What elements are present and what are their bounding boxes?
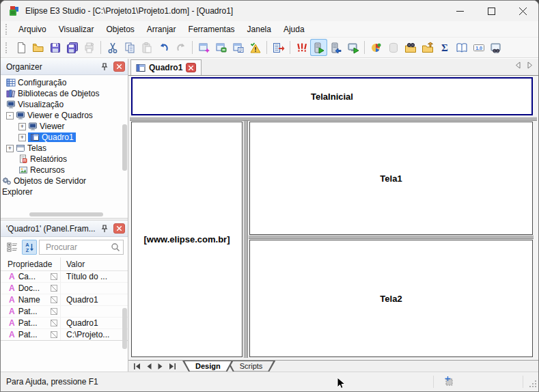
organizer-vertical-scrollbar[interactable]	[122, 124, 127, 171]
save-icon[interactable]	[46, 39, 64, 56]
tree-item-relatorios[interactable]: R Relatórios	[1, 154, 128, 165]
search-project-icon[interactable]	[402, 39, 419, 56]
property-value[interactable]: Quadro1	[61, 318, 128, 328]
analytics-icon[interactable]	[368, 39, 385, 56]
resize-grip[interactable]	[529, 380, 537, 390]
vertical-splitter[interactable]	[243, 121, 248, 358]
paste-icon[interactable]	[138, 39, 155, 56]
expand-expander-icon[interactable]: +	[6, 145, 14, 152]
organizer-horizontal-scrollbar[interactable]	[29, 212, 103, 216]
frame-link[interactable]: [www.elipse.com.br]	[131, 122, 243, 357]
selected-tree-item[interactable]: Quadro1	[28, 132, 76, 142]
link-box-icon[interactable]	[51, 296, 57, 303]
copy-icon[interactable]	[121, 39, 138, 56]
summation-icon[interactable]: Σ	[436, 39, 453, 56]
link-box-icon[interactable]	[51, 331, 57, 338]
tree-item-bibliotecas[interactable]: Bibliotecas de Objetos	[1, 88, 128, 99]
first-sheet-icon[interactable]	[134, 360, 141, 372]
database-icon[interactable]	[385, 39, 402, 56]
tree-item-objetos-servidor[interactable]: Objetos de Servidor	[1, 176, 128, 186]
tree-item-viewer-e-quadros[interactable]: - Viewer e Quadros	[1, 110, 128, 121]
critical-errors-icon[interactable]	[293, 39, 310, 56]
menu-arranjar[interactable]: Arranjar	[141, 23, 182, 36]
tab-scroll-left-icon[interactable]	[515, 61, 521, 69]
print-icon[interactable]	[81, 39, 98, 56]
categorized-view-icon[interactable]	[5, 240, 20, 255]
insert-report-icon[interactable]	[230, 39, 247, 56]
property-value[interactable]: Título do ...	[61, 272, 128, 281]
verify-application-icon[interactable]	[247, 39, 264, 56]
properties-close-icon[interactable]	[113, 223, 125, 234]
menu-janela[interactable]: Janela	[241, 23, 277, 36]
maximize-button[interactable]	[475, 1, 507, 21]
frame-tela1[interactable]: Tela1	[249, 122, 533, 235]
frame-tela2[interactable]: Tela2	[249, 240, 533, 357]
menu-visualizar[interactable]: Visualizar	[53, 23, 100, 36]
cut-icon[interactable]	[104, 39, 121, 56]
run-server-icon[interactable]	[310, 39, 327, 56]
horizontal-splitter-right[interactable]	[249, 235, 534, 239]
open-folder-icon[interactable]	[29, 39, 46, 56]
pin-icon[interactable]	[98, 61, 111, 72]
tree-item-telas[interactable]: + Telas	[1, 143, 128, 154]
tree-item-configuracao[interactable]: Configuração	[1, 77, 128, 88]
tab-quadro1[interactable]: Quadro1	[130, 59, 202, 75]
organizer-close-icon[interactable]	[113, 61, 125, 72]
documentation-icon[interactable]	[453, 39, 470, 56]
run-viewer-icon[interactable]	[344, 39, 361, 56]
redo-icon[interactable]	[172, 39, 189, 56]
tree-item-viewer[interactable]: + Viewer	[1, 121, 128, 132]
alphabetical-sort-icon[interactable]: AZ	[22, 240, 37, 255]
expand-expander-icon[interactable]: +	[18, 134, 26, 141]
last-sheet-icon[interactable]	[169, 360, 176, 372]
new-file-icon[interactable]	[12, 39, 29, 56]
tree-item-explorer[interactable]: Explorer	[1, 186, 128, 197]
tab-close-icon[interactable]	[186, 63, 196, 72]
menu-ferramentas[interactable]: Ferramentas	[182, 23, 241, 36]
link-box-icon[interactable]	[51, 273, 57, 280]
property-value[interactable]: C:\Projeto...	[61, 330, 128, 339]
import-folder-icon[interactable]	[419, 39, 436, 56]
menu-ajuda[interactable]: Ajuda	[277, 23, 311, 36]
previous-sheet-icon[interactable]	[147, 360, 152, 372]
stop-server-icon[interactable]	[327, 39, 344, 56]
column-valor[interactable]: Valor	[61, 260, 128, 269]
property-row[interactable]: ACa... Título do ...	[1, 271, 128, 283]
property-row[interactable]: APat...	[1, 306, 128, 318]
link-box-icon[interactable]	[51, 285, 57, 292]
frame-telainicial[interactable]: TelaInicial	[131, 77, 533, 115]
tree-item-recursos[interactable]: Recursos	[1, 165, 128, 176]
tab-scroll-right-icon[interactable]	[527, 61, 533, 69]
tree-item-quadro1[interactable]: + Quadro1	[1, 132, 128, 143]
properties-vertical-scrollbar[interactable]	[122, 308, 127, 349]
values-icon[interactable]: 1.0	[470, 39, 487, 56]
tree-item-visualizacao[interactable]: Visualização	[1, 99, 128, 110]
menu-objetos[interactable]: Objetos	[100, 23, 141, 36]
expand-expander-icon[interactable]: +	[18, 123, 26, 130]
insert-screen-icon[interactable]	[212, 39, 230, 56]
next-sheet-icon[interactable]	[158, 360, 163, 372]
tab-scripts[interactable]: Scripts	[227, 361, 276, 372]
search-icon[interactable]	[111, 242, 120, 252]
minimize-button[interactable]	[444, 1, 475, 21]
link-box-icon[interactable]	[51, 320, 57, 326]
undo-icon[interactable]	[155, 39, 172, 56]
property-row[interactable]: AName Quadro1	[1, 294, 128, 306]
column-propriedade[interactable]: Propriedade	[1, 257, 61, 270]
collapse-expander-icon[interactable]: -	[6, 112, 14, 120]
viewer-icon[interactable]	[487, 39, 504, 56]
property-row[interactable]: APat... C:\Projeto...	[1, 329, 128, 341]
property-row[interactable]: APat... Quadro1	[1, 318, 128, 329]
close-button[interactable]	[507, 1, 538, 21]
menu-arquivo[interactable]: Arquivo	[12, 23, 53, 36]
pin-icon[interactable]	[98, 223, 111, 234]
property-value[interactable]: Quadro1	[61, 295, 128, 305]
property-search-input[interactable]	[44, 242, 111, 253]
link-box-icon[interactable]	[51, 308, 57, 315]
tab-design[interactable]: Design	[182, 361, 234, 372]
insert-object-icon[interactable]	[195, 39, 212, 56]
horizontal-splitter-top[interactable]	[130, 117, 537, 121]
menubar-grip[interactable]	[5, 24, 9, 35]
property-row[interactable]: ADoc...	[1, 283, 128, 294]
toolbar-grip[interactable]	[5, 42, 9, 53]
